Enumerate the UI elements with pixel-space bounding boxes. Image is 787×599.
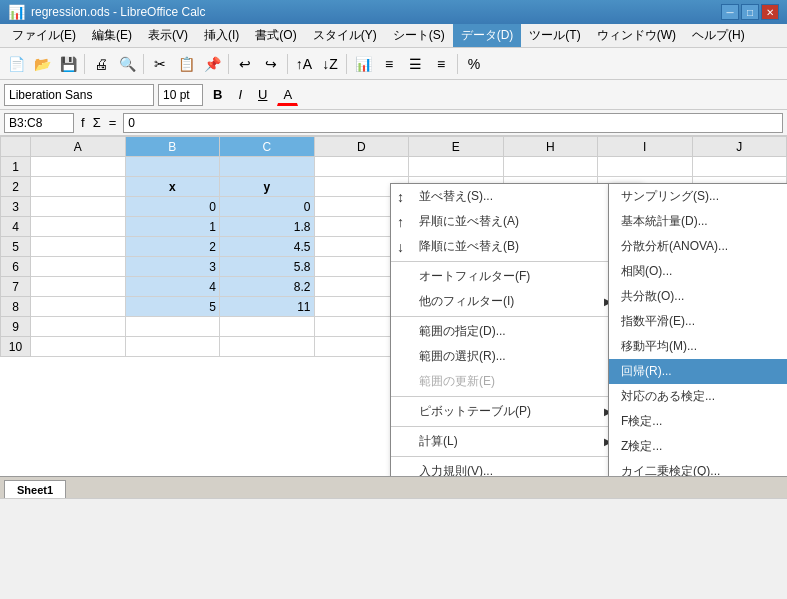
underline-button[interactable]: U [252, 84, 273, 106]
cell-a5[interactable] [31, 237, 126, 257]
save-button[interactable]: 💾 [56, 52, 80, 76]
undo-button[interactable]: ↩ [233, 52, 257, 76]
cell-e1[interactable] [409, 157, 504, 177]
open-button[interactable]: 📂 [30, 52, 54, 76]
cell-a10[interactable] [31, 337, 126, 357]
cell-h1[interactable] [503, 157, 598, 177]
sum-icon[interactable]: Σ [90, 115, 104, 130]
cell-c9[interactable] [220, 317, 315, 337]
cell-c4[interactable]: 1.8 [220, 217, 315, 237]
cell-b8[interactable]: 5 [125, 297, 220, 317]
menu-window[interactable]: ウィンドウ(W) [589, 24, 684, 47]
menu-autofilter[interactable]: オートフィルター(F) [391, 264, 640, 289]
menu-z-test[interactable]: Z検定... [609, 434, 787, 459]
menu-moving-avg[interactable]: 移動平均(M)... [609, 334, 787, 359]
cell-b9[interactable] [125, 317, 220, 337]
cell-b7[interactable]: 4 [125, 277, 220, 297]
menu-tools[interactable]: ツール(T) [521, 24, 588, 47]
align-center-button[interactable]: ☰ [403, 52, 427, 76]
col-header-b[interactable]: B [125, 137, 220, 157]
cell-d1[interactable] [314, 157, 409, 177]
sort-desc-icon[interactable]: ↓Z [318, 52, 342, 76]
menu-f-test[interactable]: F検定... [609, 409, 787, 434]
menu-sheet[interactable]: シート(S) [385, 24, 453, 47]
cell-b4[interactable]: 1 [125, 217, 220, 237]
col-header-a[interactable]: A [31, 137, 126, 157]
cell-a4[interactable] [31, 217, 126, 237]
sheet-tab-1[interactable]: Sheet1 [4, 480, 66, 498]
cell-c10[interactable] [220, 337, 315, 357]
preview-button[interactable]: 🔍 [115, 52, 139, 76]
cell-a6[interactable] [31, 257, 126, 277]
menu-basic-stats[interactable]: 基本統計量(D)... [609, 209, 787, 234]
col-header-j[interactable]: J [692, 137, 787, 157]
menu-sampling[interactable]: サンプリング(S)... [609, 184, 787, 209]
cell-a9[interactable] [31, 317, 126, 337]
menu-calculate[interactable]: 計算(L) ▶ [391, 429, 640, 454]
italic-button[interactable]: I [232, 84, 248, 106]
menu-pivot[interactable]: ピボットテーブル(P) ▶ [391, 399, 640, 424]
new-button[interactable]: 📄 [4, 52, 28, 76]
menu-edit[interactable]: 編集(E) [84, 24, 140, 47]
chart-button[interactable]: 📊 [351, 52, 375, 76]
cell-c7[interactable]: 8.2 [220, 277, 315, 297]
menu-file[interactable]: ファイル(E) [4, 24, 84, 47]
cell-i1[interactable] [598, 157, 693, 177]
cell-c5[interactable]: 4.5 [220, 237, 315, 257]
menu-sort[interactable]: ↕ 並べ替え(S)... [391, 184, 640, 209]
col-header-c[interactable]: C [220, 137, 315, 157]
menu-regression[interactable]: 回帰(R)... [609, 359, 787, 384]
menu-sort-asc[interactable]: ↑ 昇順に並べ替え(A) [391, 209, 640, 234]
cell-b2[interactable]: x [125, 177, 220, 197]
cell-b10[interactable] [125, 337, 220, 357]
paste-button[interactable]: 📌 [200, 52, 224, 76]
cell-c8[interactable]: 11 [220, 297, 315, 317]
menu-update-range[interactable]: 範囲の更新(E) [391, 369, 640, 394]
cell-c3[interactable]: 0 [220, 197, 315, 217]
menu-select-range[interactable]: 範囲の選択(R)... [391, 344, 640, 369]
menu-validity[interactable]: 入力規則(V)... [391, 459, 640, 476]
copy-button[interactable]: 📋 [174, 52, 198, 76]
col-header-e[interactable]: E [409, 137, 504, 157]
menu-exp-smooth[interactable]: 指数平滑(E)... [609, 309, 787, 334]
menu-data[interactable]: データ(D) [453, 24, 522, 47]
cell-a1[interactable] [31, 157, 126, 177]
cell-c1[interactable] [220, 157, 315, 177]
menu-anova[interactable]: 分散分析(ANOVA)... [609, 234, 787, 259]
close-button[interactable]: ✕ [761, 4, 779, 20]
font-name-input[interactable] [4, 84, 154, 106]
func-icon[interactable]: f [78, 115, 88, 130]
menu-covariance[interactable]: 共分散(O)... [609, 284, 787, 309]
cell-a3[interactable] [31, 197, 126, 217]
cell-c6[interactable]: 5.8 [220, 257, 315, 277]
spreadsheet-area[interactable]: A B C D E H I J 1 [0, 136, 787, 476]
formula-input[interactable] [123, 113, 783, 133]
menu-format[interactable]: 書式(O) [247, 24, 304, 47]
redo-button[interactable]: ↪ [259, 52, 283, 76]
cell-b6[interactable]: 3 [125, 257, 220, 277]
menu-chi-square[interactable]: カイ二乗検定(Q)... [609, 459, 787, 476]
menu-define-range[interactable]: 範囲の指定(D)... [391, 319, 640, 344]
equals-icon[interactable]: = [106, 115, 120, 130]
font-color-button[interactable]: A [277, 84, 298, 106]
menu-view[interactable]: 表示(V) [140, 24, 196, 47]
cell-b1[interactable] [125, 157, 220, 177]
minimize-button[interactable]: ─ [721, 4, 739, 20]
maximize-button[interactable]: □ [741, 4, 759, 20]
cell-a8[interactable] [31, 297, 126, 317]
menu-correlation[interactable]: 相関(O)... [609, 259, 787, 284]
cell-b5[interactable]: 2 [125, 237, 220, 257]
col-header-d[interactable]: D [314, 137, 409, 157]
cell-b3[interactable]: 0 [125, 197, 220, 217]
menu-sort-desc[interactable]: ↓ 降順に並べ替え(B) [391, 234, 640, 259]
font-size-input[interactable] [158, 84, 203, 106]
cell-reference-input[interactable] [4, 113, 74, 133]
align-left-button[interactable]: ≡ [377, 52, 401, 76]
sort-asc-icon[interactable]: ↑A [292, 52, 316, 76]
print-button[interactable]: 🖨 [89, 52, 113, 76]
cut-button[interactable]: ✂ [148, 52, 172, 76]
menu-paired-test[interactable]: 対応のある検定... [609, 384, 787, 409]
bold-button[interactable]: B [207, 84, 228, 106]
menu-other-filter[interactable]: 他のフィルター(I) ▶ [391, 289, 640, 314]
menu-help[interactable]: ヘルプ(H) [684, 24, 753, 47]
